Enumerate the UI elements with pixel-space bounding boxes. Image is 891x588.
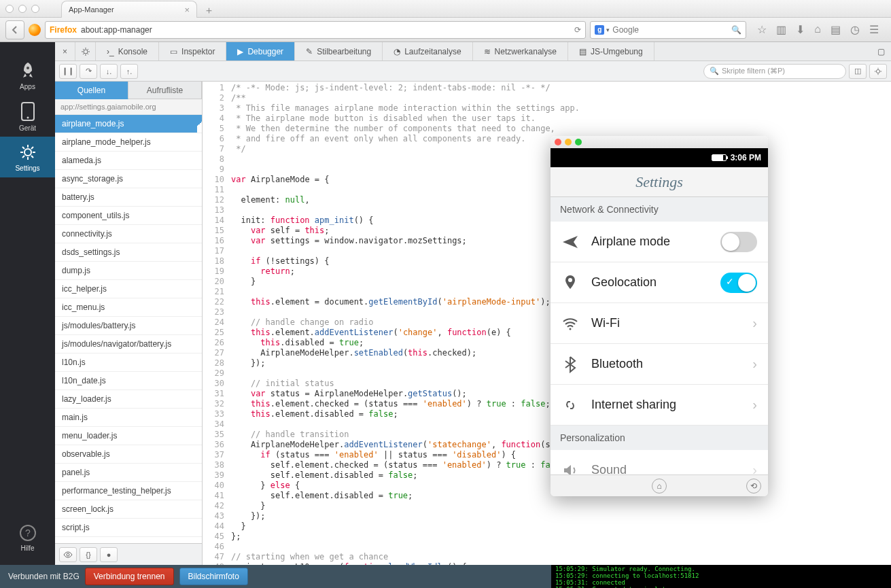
source-file[interactable]: airplane_mode.js (55, 115, 202, 133)
toggle-breakpoints-button[interactable]: ● (100, 547, 118, 562)
browser-tab[interactable]: App-Manager × (61, 1, 197, 18)
step-in-button[interactable]: ↓. (100, 64, 118, 79)
tab-title: App-Manager (69, 5, 114, 14)
source-file[interactable]: icc_helper.js (55, 280, 202, 298)
source-file[interactable]: screen_lock.js (55, 500, 202, 519)
devtools-tab-inspector[interactable]: ▭Inspektor (159, 42, 226, 60)
source-file[interactable]: menu_loader.js (55, 427, 202, 445)
sim-home-button[interactable]: ⌂ (652, 479, 667, 494)
search-icon[interactable]: 🔍 (731, 25, 741, 35)
devtools-tab-scratchpad[interactable]: ▤JS-Umgebung (568, 42, 654, 60)
geolocation-toggle[interactable] (720, 273, 757, 293)
debugger-toolbar: ❙❙ ↷ ↓. ↑. 🔍 Skripte filtern (⌘P) ◫ (55, 61, 891, 82)
devtools-tab-style[interactable]: ✎Stilbearbeitung (295, 42, 383, 60)
connection-log: 15:05:29: Simulator ready. Connecting.15… (551, 565, 891, 588)
sources-footer: {} ● (55, 543, 202, 565)
source-file[interactable]: dump.js (55, 262, 202, 280)
devtools-close-button[interactable]: × (55, 42, 75, 60)
devtools-dock-button[interactable]: ▢ (871, 42, 891, 60)
new-tab-button[interactable]: ＋ (204, 4, 214, 17)
row-wifi[interactable]: Wi-Fi › (551, 303, 768, 344)
dropdown-caret-icon[interactable]: ▾ (606, 27, 610, 33)
pause-button[interactable]: ❙❙ (59, 64, 77, 79)
row-bluetooth[interactable]: Bluetooth › (551, 344, 768, 385)
bookmarks-menu-icon[interactable]: ▤ (831, 23, 841, 36)
screenshot-button[interactable]: Bildschirmfoto (179, 568, 248, 585)
close-window-icon[interactable] (5, 5, 14, 13)
devtools-tab-profiler[interactable]: ◔Laufzeitanalyse (383, 42, 472, 60)
sim-zoom-icon[interactable] (575, 139, 582, 145)
mac-title-bar: App-Manager × ＋ (0, 0, 891, 18)
source-file[interactable]: observable.js (55, 445, 202, 464)
reload-icon[interactable]: ⟳ (574, 25, 581, 35)
close-tab-icon[interactable]: × (184, 5, 190, 15)
pretty-print-button[interactable]: {} (80, 547, 97, 562)
source-file[interactable]: lazy_loader.js (55, 390, 202, 409)
minimize-window-icon[interactable] (18, 5, 27, 13)
sim-rotate-button[interactable]: ⟲ (746, 479, 761, 494)
search-box[interactable]: g ▾ Google 🔍 (590, 21, 746, 39)
url-bar[interactable]: Firefox about:app-manager ⟳ (45, 21, 586, 39)
airplane-toggle[interactable] (720, 232, 757, 252)
script-filter-input[interactable]: 🔍 Skripte filtern (⌘P) (703, 64, 846, 79)
source-file[interactable]: panel.js (55, 464, 202, 482)
bookmark-star-icon[interactable]: ☆ (757, 23, 767, 36)
back-button[interactable] (5, 20, 24, 39)
devtools-tab-network[interactable]: ≋Netzwerkanalyse (473, 42, 568, 60)
code-editor[interactable]: 1234567891011121314151617181920212223242… (203, 82, 891, 565)
downloads-icon[interactable]: ⬇ (796, 23, 805, 36)
sidebar-toggle-icon[interactable]: ▥ (776, 23, 786, 36)
sidebar-item-gerät[interactable]: Gerät (0, 96, 55, 137)
devtools-tab-console[interactable]: ›_Konsole (96, 42, 159, 60)
settings-header: Settings (551, 167, 768, 197)
firefox-logo-icon (29, 24, 41, 36)
debugger-settings-button[interactable] (869, 64, 887, 79)
sim-close-icon[interactable] (555, 139, 561, 145)
svg-point-2 (27, 116, 29, 118)
toggle-blackbox-button[interactable] (59, 547, 77, 562)
sidebar-help[interactable]: ? Hilfe (0, 517, 55, 558)
sidebar-item-settings[interactable]: Settings (0, 137, 55, 177)
row-geolocation[interactable]: Geolocation (551, 262, 768, 303)
link-icon (561, 396, 579, 414)
source-file[interactable]: main.js (55, 409, 202, 427)
source-file[interactable]: js/modules/battery.js (55, 317, 202, 335)
step-over-button[interactable]: ↷ (80, 64, 97, 79)
source-file[interactable]: component_utils.js (55, 207, 202, 225)
disconnect-button[interactable]: Verbindung trennen (85, 568, 174, 585)
source-file[interactable]: performance_testing_helper.js (55, 482, 202, 500)
source-file[interactable]: connectivity.js (55, 225, 202, 243)
code-content: /* -*- Mode: js; js-indent-level: 2; ind… (228, 82, 589, 565)
tab-aufrufliste[interactable]: Aufrufliste (128, 82, 202, 99)
history-icon[interactable]: ◷ (850, 23, 860, 36)
menu-icon[interactable]: ☰ (869, 23, 879, 36)
step-out-button[interactable]: ↑. (120, 64, 138, 79)
traffic-lights[interactable] (5, 5, 39, 13)
tab-quellen[interactable]: Quellen (55, 82, 128, 99)
sim-minimize-icon[interactable] (565, 139, 572, 145)
source-file-list[interactable]: airplane_mode.jsairplane_mode_helper.jsa… (55, 115, 202, 543)
source-file[interactable]: battery.js (55, 188, 202, 207)
source-file[interactable]: icc_menu.js (55, 298, 202, 317)
simulator-window[interactable]: 3:06 PM Settings Network & Connectivity … (551, 136, 768, 496)
source-file[interactable]: dsds_settings.js (55, 243, 202, 262)
source-file[interactable]: js/modules/navigator/battery.js (55, 335, 202, 353)
toggle-panes-button[interactable]: ◫ (849, 64, 867, 79)
row-airplane-mode[interactable]: Airplane mode (551, 222, 768, 262)
source-file[interactable]: script.js (55, 519, 202, 537)
sidebar-item-apps[interactable]: Apps (0, 55, 55, 96)
airplane-icon (561, 233, 579, 251)
source-file[interactable]: async_storage.js (55, 170, 202, 188)
zoom-window-icon[interactable] (31, 5, 39, 13)
svg-point-7 (876, 69, 879, 73)
source-file[interactable]: l10n.js (55, 353, 202, 372)
row-internet-sharing[interactable]: Internet sharing › (551, 385, 768, 426)
source-file[interactable]: alameda.js (55, 152, 202, 170)
search-placeholder: Google (612, 25, 639, 35)
source-file[interactable]: l10n_date.js (55, 372, 202, 390)
source-file[interactable]: airplane_mode_helper.js (55, 133, 202, 152)
devtools-tab-debugger[interactable]: ▶Debugger (226, 42, 295, 60)
home-icon[interactable]: ⌂ (814, 23, 821, 36)
devtools-options-button[interactable] (75, 42, 96, 60)
simulator-title-bar[interactable] (551, 136, 768, 148)
